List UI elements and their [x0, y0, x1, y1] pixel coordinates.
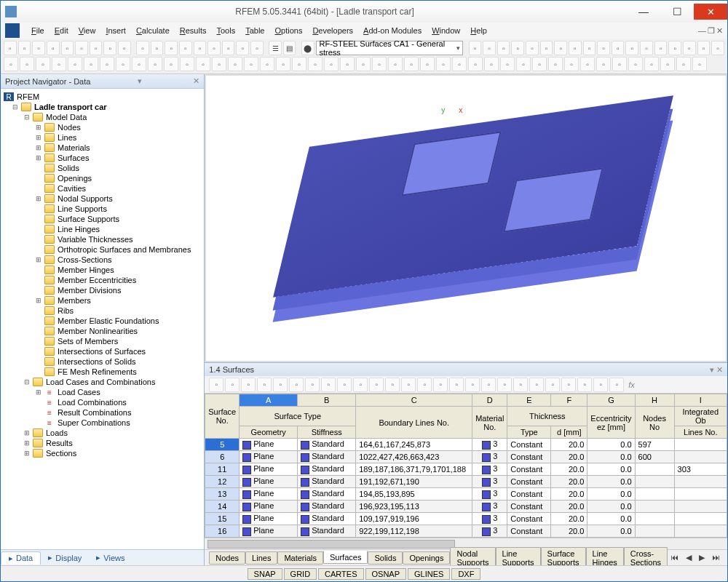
toolbar-button[interactable]: ▫ — [532, 57, 547, 71]
toolbar-button[interactable]: ▫ — [668, 41, 681, 55]
menu-tools[interactable]: Tools — [212, 25, 240, 36]
table-tool-button[interactable]: ▫ — [209, 378, 223, 392]
menu-options[interactable]: Options — [270, 25, 306, 36]
bottom-tab-line hinges[interactable]: Line Hinges — [586, 547, 624, 566]
menu-help[interactable]: Help — [466, 25, 491, 36]
toolbar-button[interactable]: ⬤ — [301, 41, 314, 55]
toolbar-button[interactable]: ▫ — [583, 41, 596, 55]
toolbar-button[interactable]: ▫ — [644, 57, 659, 71]
tree-item-intersections-of-surfaces[interactable]: Intersections of Surfaces — [1, 346, 204, 356]
close-button[interactable] — [694, 4, 727, 20]
tree-item-loads[interactable]: ⊞Loads — [1, 428, 204, 438]
toolbar-button[interactable]: ▫ — [20, 57, 34, 71]
toolbar-button[interactable]: ▫ — [179, 41, 192, 55]
toolbar-button[interactable]: ▫ — [32, 41, 45, 55]
table-row[interactable]: 13 Plane Standard 194,85,193,895 3 Const… — [205, 488, 727, 501]
tree-item-member-eccentricities[interactable]: Member Eccentricities — [1, 275, 204, 285]
hdr-material[interactable]: Material No. — [472, 407, 507, 439]
toolbar-button[interactable]: ▫ — [625, 41, 638, 55]
maximize-button[interactable] — [660, 4, 694, 20]
toolbar-button[interactable]: ▫ — [47, 41, 60, 55]
hdr-ecc[interactable]: Eccentricity ez [mm] — [587, 407, 635, 439]
toolbar-button[interactable]: ▫ — [90, 41, 103, 55]
menu-developers[interactable]: Developers — [308, 25, 357, 36]
tree-item-surface-supports[interactable]: Surface Supports — [1, 214, 204, 224]
toolbar-button[interactable]: ▫ — [404, 57, 419, 71]
table-tool-button[interactable]: ▫ — [497, 378, 512, 392]
surfaces-grid[interactable]: Surface No. A B C D E F G H I Surf — [205, 394, 727, 538]
toolbar-button[interactable]: ▫ — [660, 57, 675, 71]
hdr-stiffness[interactable]: Stiffness — [298, 426, 356, 439]
menu-insert[interactable]: Insert — [101, 25, 130, 36]
table-row[interactable]: 16 Plane Standard 922,199,112,198 3 Cons… — [205, 525, 727, 538]
table-tool-button[interactable]: ▫ — [433, 378, 448, 392]
toolbar-button[interactable]: ☰ — [269, 41, 282, 55]
tree-item-sets-of-members[interactable]: Sets of Members — [1, 336, 204, 346]
hdr-boundary[interactable]: Boundary Lines No. — [356, 407, 472, 439]
toolbar-button[interactable]: ▫ — [436, 57, 451, 71]
col-h[interactable]: H — [635, 394, 674, 407]
tree-item-solids[interactable]: Solids — [1, 163, 204, 173]
toolbar-button[interactable]: ▫ — [654, 41, 668, 55]
toolbar-button[interactable]: ▫ — [356, 57, 371, 71]
toolbar-button[interactable]: ▫ — [388, 57, 403, 71]
tree-item-surfaces[interactable]: ⊞Surfaces — [1, 153, 204, 163]
navigator-close-icon[interactable]: ✕ — [193, 76, 199, 86]
toolbar-button[interactable]: ▫ — [68, 57, 82, 71]
toolbar-button[interactable]: ▫ — [164, 57, 178, 71]
toolbar-button[interactable]: ▫ — [52, 57, 66, 71]
toolbar-button[interactable]: ▫ — [484, 57, 499, 71]
toolbar-button[interactable]: ▫ — [100, 57, 114, 71]
toolbar-button[interactable]: ▫ — [165, 41, 178, 55]
tree-item-members[interactable]: ⊞Members — [1, 295, 204, 306]
toolbar-button[interactable]: ▫ — [420, 57, 435, 71]
table-row[interactable]: 15 Plane Standard 109,197,919,196 3 Cons… — [205, 513, 727, 525]
tree-item-materials[interactable]: ⊞Materials — [1, 143, 204, 153]
toolbar-button[interactable]: ▫ — [180, 57, 194, 71]
toolbar-button[interactable]: ▫ — [569, 41, 582, 55]
toolbar-button[interactable]: ▫ — [118, 41, 131, 55]
tree-root[interactable]: RRFEM — [1, 92, 204, 102]
toolbar-button[interactable]: ▫ — [222, 41, 235, 55]
tree-item-lines[interactable]: ⊞Lines — [1, 132, 204, 143]
toolbar-button[interactable]: ▫ — [483, 41, 496, 55]
pin-icon[interactable]: ▾ — [138, 76, 142, 86]
table-tool-button[interactable]: ▫ — [321, 378, 336, 392]
toolbar-button[interactable]: ▫ — [207, 41, 221, 55]
status-grid[interactable]: GRID — [284, 568, 317, 580]
toolbar-button[interactable]: ▫ — [132, 57, 146, 71]
toolbar-button[interactable]: ▫ — [540, 41, 553, 55]
table-row[interactable]: 11 Plane Standard 189,187,186,371,79,170… — [205, 463, 727, 476]
toolbar-button[interactable]: ▫ — [36, 57, 50, 71]
toolbar-button[interactable]: ▫ — [136, 41, 149, 55]
tree-item-orthotropic-surfaces-and-membranes[interactable]: Orthotropic Surfaces and Membranes — [1, 244, 204, 255]
table-tool-button[interactable]: ▫ — [577, 378, 592, 392]
menu-add-on modules[interactable]: Add-on Modules — [359, 25, 426, 36]
table-tool-button[interactable]: ▫ — [513, 378, 528, 392]
table-tool-button[interactable]: ▫ — [561, 378, 576, 392]
toolbar-button[interactable]: ▫ — [194, 41, 207, 55]
col-e[interactable]: E — [507, 394, 551, 407]
toolbar-button[interactable]: ▫ — [324, 57, 339, 71]
tree-item-cross-sections[interactable]: ⊞Cross-Sections — [1, 255, 204, 265]
col-f[interactable]: F — [551, 394, 587, 407]
toolbar-button[interactable]: ▫ — [18, 41, 31, 55]
app-menu-icon[interactable] — [5, 23, 20, 38]
table-tool-button[interactable]: ▫ — [337, 378, 352, 392]
toolbar-button[interactable]: ▫ — [692, 57, 707, 71]
nav-tab-views[interactable]: ▸Views — [89, 551, 132, 564]
toolbar-button[interactable]: ▫ — [276, 57, 290, 71]
tree-project[interactable]: ⊟Ladle transport car — [1, 102, 204, 112]
hdr-lines[interactable]: Lines No. — [674, 426, 727, 439]
bottom-tab-nodal supports[interactable]: Nodal Supports — [450, 547, 495, 566]
hdr-type[interactable]: Type — [507, 426, 551, 439]
table-tool-button[interactable]: ▫ — [545, 378, 560, 392]
toolbar-button[interactable]: ▫ — [526, 41, 539, 55]
tree-item-member-hinges[interactable]: Member Hinges — [1, 265, 204, 275]
status-snap[interactable]: SNAP — [248, 568, 282, 580]
toolbar-button[interactable]: ▫ — [580, 57, 595, 71]
toolbar-button[interactable]: ▫ — [564, 57, 579, 71]
toolbar-button[interactable]: ▫ — [212, 57, 226, 71]
bottom-tab-solids[interactable]: Solids — [368, 551, 403, 565]
toolbar-button[interactable]: ▫ — [711, 41, 724, 55]
